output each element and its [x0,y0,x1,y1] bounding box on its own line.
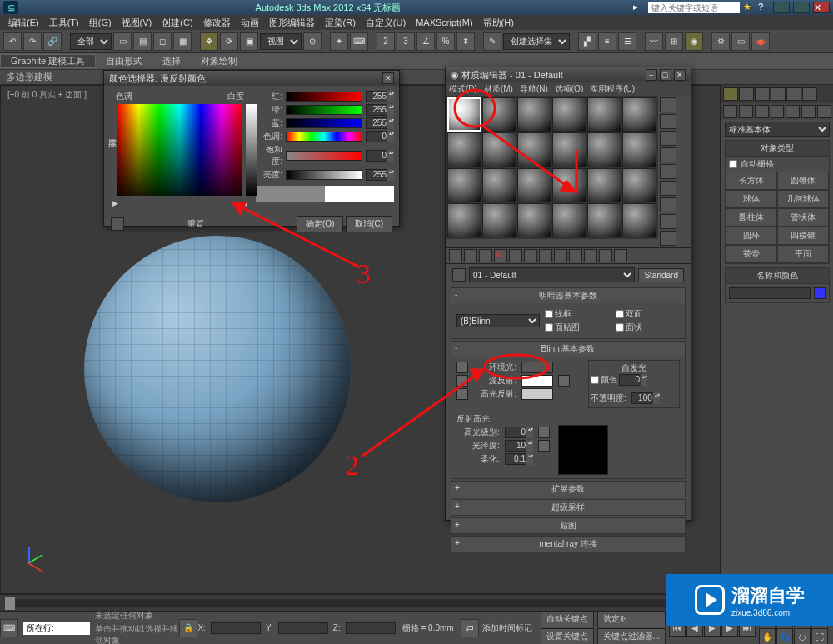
mentalray-rollout[interactable]: mental ray 连接 [451,537,685,552]
pick-material-icon[interactable] [452,268,466,282]
primitive-category[interactable]: 标准基本体 [725,122,830,137]
opacity-spinner[interactable]: 100 [631,392,660,404]
info-icon[interactable]: ▸ [633,2,645,13]
add-time-tag-icon[interactable]: 🏷 [461,619,479,637]
me-copy-icon[interactable] [509,249,522,262]
menu-modifiers[interactable]: 修改器 [198,17,236,29]
color-picker-close-icon[interactable]: ✕ [382,72,394,84]
prim-torus[interactable]: 圆环 [726,227,777,245]
edit-named-sel-icon[interactable]: ✎ [483,32,501,51]
me-menu-nav[interactable]: 导航(N) [520,83,548,95]
me-make-unique-icon[interactable] [524,249,537,262]
ref-coord[interactable]: 视图 [260,33,302,50]
red-spinner[interactable]: 255 [366,91,394,102]
val-spinner[interactable]: 255 [366,169,394,181]
material-slot[interactable] [447,97,481,132]
menu-customize[interactable]: 自定义(U) [361,17,411,29]
me-show-end-icon[interactable] [584,249,597,262]
helpers-icon[interactable] [786,105,800,118]
menu-create[interactable]: 创建(C) [157,17,197,29]
redo-icon[interactable]: ↷ [23,32,42,51]
gloss-spinner[interactable]: 10 [505,440,533,452]
me-show-map-icon[interactable] [569,249,582,262]
prim-box[interactable]: 长方体 [726,172,777,190]
diffuse-lock-icon[interactable] [456,375,468,387]
sub-ribbon-label[interactable]: 多边形建模 [7,71,52,83]
display-tab-icon[interactable] [786,87,801,101]
blue-slider[interactable] [286,118,362,128]
material-editor-icon[interactable]: ◉ [685,32,703,51]
hue-gradient[interactable] [117,104,242,196]
sat-slider[interactable] [286,151,362,161]
motion-tab-icon[interactable] [771,87,786,101]
me-menu-options[interactable]: 选项(O) [555,83,583,95]
menu-edit[interactable]: 编辑(E) [3,17,44,29]
object-color-swatch[interactable] [814,287,826,299]
ribbon-tab-graphite[interactable]: Graphite 建模工具 [0,54,96,68]
scene-sphere[interactable] [84,236,351,502]
manip-icon[interactable]: ✦ [330,32,348,51]
layers-icon[interactable]: ☰ [618,32,636,51]
shader-rollout[interactable]: 明暗器基本参数 [451,288,685,303]
selection-filter[interactable]: 全部 [70,33,112,50]
specular-lock-icon[interactable] [456,388,468,400]
material-slot[interactable] [622,97,656,132]
twosided-checkbox[interactable] [616,310,624,318]
material-slot[interactable] [447,132,481,167]
coord-x[interactable] [211,622,261,634]
link-icon[interactable]: 🔗 [43,32,62,51]
me-slot-count-icon[interactable] [660,231,676,246]
material-slot[interactable] [517,132,551,167]
menu-maxscript[interactable]: MAXScript(M) [411,17,477,27]
me-background-icon[interactable] [660,131,676,146]
setkey-button[interactable]: 设置关键点 [541,628,594,644]
maxscript-listener[interactable]: 所在行: [23,622,90,635]
maximize-button[interactable] [793,2,810,13]
menu-group[interactable]: 组(G) [84,17,117,29]
me-go-parent-icon[interactable] [599,249,612,262]
help-icon[interactable]: ★ [743,2,755,13]
me-min-icon[interactable]: – [646,69,657,81]
percent-snap-icon[interactable]: % [436,32,455,51]
me-put-to-scene-icon[interactable] [464,249,477,262]
blinn-rollout[interactable]: Blinn 基本参数 [451,342,685,357]
menu-tools[interactable]: 工具(T) [44,17,84,29]
color-picker-window[interactable]: 颜色选择器: 漫反射颜色 ✕ 色调白度 黑度 ▶◀ 红:255 绿:255 蓝:… [103,70,400,227]
orbit-icon[interactable]: ⭮ [794,628,811,644]
me-reset-icon[interactable]: ✕ [494,249,507,262]
ok-button[interactable]: 确定(O) [297,216,343,232]
me-menu-material[interactable]: 材质(M) [484,83,513,95]
align-icon[interactable]: ≡ [598,32,616,51]
walk-icon[interactable]: 👣 [776,628,793,644]
material-slot[interactable] [622,132,656,167]
shader-select[interactable]: (B)Blinn [456,314,540,327]
snap2-icon[interactable]: 2 [377,32,395,51]
menu-grapheditors[interactable]: 图形编辑器 [264,17,320,29]
me-get-material-icon[interactable] [449,249,462,262]
green-spinner[interactable]: 255 [366,104,394,116]
green-slider[interactable] [286,105,362,115]
lights-icon[interactable] [755,105,769,118]
ribbon-tab-paint[interactable]: 对象绘制 [191,55,247,67]
minimize-button[interactable] [773,2,790,13]
coord-z[interactable] [346,622,396,634]
prim-teapot[interactable]: 茶壶 [726,245,777,263]
material-slot[interactable] [587,132,621,167]
spec-level-spinner[interactable]: 0 [505,427,533,438]
systems-icon[interactable] [817,105,831,118]
prim-cylinder[interactable]: 圆柱体 [726,208,777,227]
material-slot[interactable] [587,168,621,202]
prim-geosphere[interactable]: 几何球体 [777,190,829,208]
me-select-by-mat-icon[interactable] [660,214,676,229]
render-frame-icon[interactable]: ▭ [731,32,750,51]
hue-slider[interactable] [286,132,362,142]
render-setup-icon[interactable]: ⚙ [711,32,730,51]
me-preview-icon[interactable] [660,181,676,196]
material-slot[interactable] [552,132,586,167]
time-slider[interactable] [5,599,680,607]
spacewarps-icon[interactable] [801,105,816,118]
modify-tab-icon[interactable] [739,87,754,101]
prim-pyramid[interactable]: 四棱锥 [777,227,829,245]
material-slot[interactable] [587,97,621,132]
material-slot[interactable] [447,168,481,202]
